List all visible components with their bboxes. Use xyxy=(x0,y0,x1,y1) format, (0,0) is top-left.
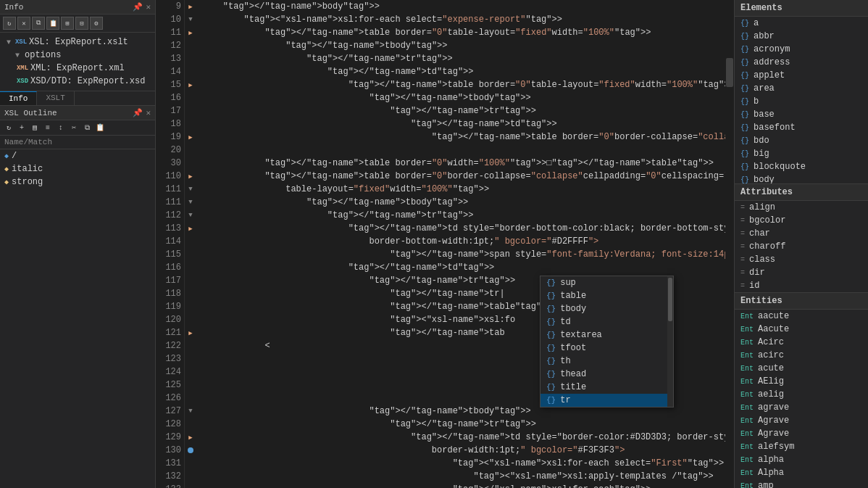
entity-item[interactable]: EntAgrave xyxy=(735,427,868,440)
outline-item-label: italic xyxy=(12,164,43,174)
attribute-label: class xyxy=(749,255,775,265)
outline-list-item[interactable]: ◆italic xyxy=(0,162,155,175)
element-item[interactable]: {}bdo xyxy=(735,134,868,147)
gutter-indicator: ▶ xyxy=(185,131,196,144)
autocomplete-item[interactable]: {}title xyxy=(541,381,673,394)
entity-item[interactable]: EntAgrave xyxy=(735,414,868,427)
gutter-indicator: ▶ xyxy=(185,170,196,183)
attributes-section-header: Attributes xyxy=(735,183,868,201)
outline-pin-icon[interactable]: 📌 xyxy=(133,108,143,117)
tab-xslt[interactable]: XSLT xyxy=(37,91,74,105)
entity-item[interactable]: Entacirc xyxy=(735,349,868,362)
entity-item[interactable]: Entalefsym xyxy=(735,440,868,453)
ac-item-label: tbody xyxy=(560,304,586,314)
attribute-item[interactable]: =id xyxy=(735,279,868,292)
element-label: blockquote xyxy=(754,162,806,172)
entity-item[interactable]: Entalpha xyxy=(735,453,868,466)
autocomplete-dropdown[interactable]: {}sup{}table{}tbody{}td{}textarea{}tfoot… xyxy=(540,276,674,408)
entity-item[interactable]: EntAlpha xyxy=(735,466,868,479)
otb-template[interactable]: ▤ xyxy=(29,122,41,133)
autocomplete-item[interactable]: {}tr xyxy=(541,394,673,407)
element-item[interactable]: {}abbr xyxy=(735,30,868,43)
element-item[interactable]: {}body xyxy=(735,173,868,183)
gutter-indicator: ▶ xyxy=(185,26,196,39)
outline-list-item[interactable]: ◆/ xyxy=(0,149,155,162)
close-btn[interactable]: ✕ xyxy=(17,17,30,30)
gutter-collapse: ▼ xyxy=(188,212,192,219)
attribute-item[interactable]: =align xyxy=(735,201,868,214)
entity-item[interactable]: Entacute xyxy=(735,362,868,375)
editor-scrollbar[interactable] xyxy=(725,0,734,488)
expand-btn[interactable]: ⊞ xyxy=(61,17,74,30)
otb-add[interactable]: + xyxy=(16,122,28,133)
entity-item[interactable]: Entamp xyxy=(735,479,868,488)
autocomplete-item[interactable]: {}td xyxy=(541,315,673,328)
outline-close-icon[interactable]: ✕ xyxy=(146,108,151,117)
autocomplete-item[interactable]: {}th xyxy=(541,355,673,368)
line-number: 16 xyxy=(159,91,181,104)
otb-refresh[interactable]: ↻ xyxy=(3,122,14,133)
otb-copy2[interactable]: ⧉ xyxy=(81,122,93,133)
xsl-file-item[interactable]: ▼ XSL XSL: ExpReport.xslt xyxy=(0,36,155,49)
autocomplete-item[interactable]: {}thead xyxy=(541,368,673,381)
gutter-collapse: ▼ xyxy=(188,408,192,415)
entity-item[interactable]: Entagrave xyxy=(735,401,868,414)
element-item[interactable]: {}area xyxy=(735,82,868,95)
element-item[interactable]: {}basefont xyxy=(735,121,868,134)
settings-btn[interactable]: ⚙ xyxy=(90,17,103,30)
code-line: "tag"></"tag-name">tbody"tag">> xyxy=(202,91,728,104)
autocomplete-item[interactable]: {}table xyxy=(541,289,673,302)
attribute-item[interactable]: =charoff xyxy=(735,240,868,253)
autocomplete-item[interactable]: {}sup xyxy=(541,276,673,289)
ac-scrollbar[interactable] xyxy=(667,276,673,407)
otb-param[interactable]: ≡ xyxy=(42,122,54,133)
scroll-thumb[interactable] xyxy=(726,58,733,87)
element-item[interactable]: {}address xyxy=(735,56,868,69)
otb-sort[interactable]: ↕ xyxy=(55,122,67,133)
paste-btn[interactable]: 📋 xyxy=(46,17,59,30)
tab-info[interactable]: Info xyxy=(0,91,37,105)
element-item[interactable]: {}acronym xyxy=(735,43,868,56)
element-item[interactable]: {}base xyxy=(735,108,868,121)
attribute-item[interactable]: =bgcolor xyxy=(735,214,868,227)
outline-item-icon: ◆ xyxy=(4,178,9,186)
sync-btn[interactable]: ↻ xyxy=(3,17,16,30)
xml-file-item[interactable]: XML XML: ExpReport.xml xyxy=(0,62,155,75)
entity-item[interactable]: EntAacute xyxy=(735,323,868,336)
element-item[interactable]: {}applet xyxy=(735,69,868,82)
element-item[interactable]: {}b xyxy=(735,95,868,108)
code-line: "tag"></"tag-name">td style="border-bott… xyxy=(202,222,728,235)
line-number: 11 xyxy=(159,26,181,39)
element-item[interactable]: {}a xyxy=(735,17,868,30)
code-line: "tag"></"tag-name">body"tag">> xyxy=(202,0,728,13)
outline-list-item[interactable]: ◆strong xyxy=(0,175,155,189)
pin-icon[interactable]: 📌 xyxy=(133,2,143,12)
attribute-item[interactable]: =char xyxy=(735,227,868,240)
otb-paste2[interactable]: 📋 xyxy=(94,122,106,133)
entity-item[interactable]: Entaelig xyxy=(735,388,868,401)
code-area[interactable]: "tag"></"tag-name">body"tag">> "tag"><"x… xyxy=(196,0,734,488)
element-braces-icon: {} xyxy=(740,59,749,67)
ac-scroll-thumb[interactable] xyxy=(668,278,672,321)
entity-item[interactable]: Entaacute xyxy=(735,310,868,323)
otb-cut[interactable]: ✂ xyxy=(68,122,80,133)
element-item[interactable]: {}blockquote xyxy=(735,160,868,173)
element-label: body xyxy=(754,175,775,183)
autocomplete-item[interactable]: {}tfoot xyxy=(541,342,673,355)
element-item[interactable]: {}big xyxy=(735,147,868,160)
code-line: "tag"></"tag-name">span style="font-fami… xyxy=(202,248,728,261)
entity-item[interactable]: EntAcirc xyxy=(735,336,868,349)
autocomplete-item[interactable]: {}tbody xyxy=(541,302,673,315)
attribute-item[interactable]: =dir xyxy=(735,266,868,279)
copy-btn[interactable]: ⧉ xyxy=(32,17,45,30)
entity-item[interactable]: EntAElig xyxy=(735,375,868,388)
autocomplete-item[interactable]: {}textarea xyxy=(541,328,673,342)
xsd-file-item[interactable]: XSD XSD/DTD: ExpReport.xsd xyxy=(0,75,155,88)
line-number: 119 xyxy=(159,300,181,313)
collapse-btn[interactable]: ⊟ xyxy=(75,17,88,30)
close-icon[interactable]: ✕ xyxy=(146,2,151,12)
options-item[interactable]: ▼ options xyxy=(0,49,155,62)
attribute-item[interactable]: =class xyxy=(735,253,868,266)
info-toolbar: ↻ ✕ ⧉ 📋 ⊞ ⊟ ⚙ xyxy=(0,15,155,33)
gutter-indicator xyxy=(185,300,196,313)
